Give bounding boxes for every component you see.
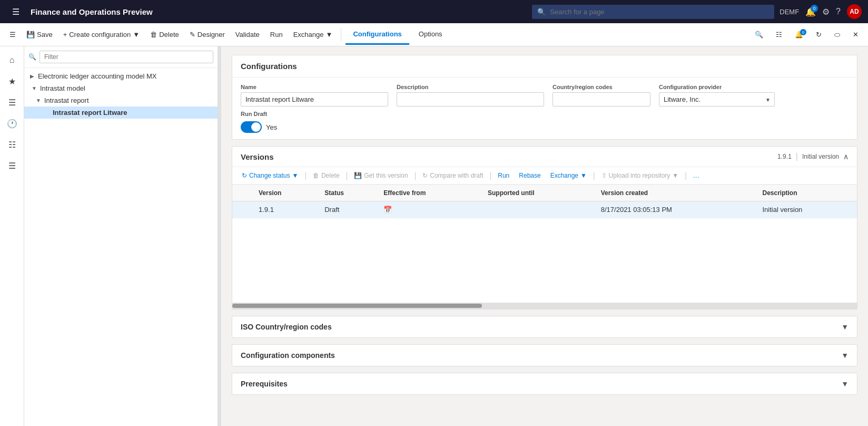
- trash-icon: 🗑: [150, 31, 157, 38]
- versions-delete-button[interactable]: 🗑 Delete: [310, 170, 343, 181]
- provider-select-wrapper: Litware, Inc. ▼: [659, 92, 775, 106]
- name-input[interactable]: [241, 92, 388, 106]
- filter-icon-btn[interactable]: 🔍: [751, 28, 767, 41]
- country-field: Country/region codes: [553, 84, 650, 106]
- nav-grid-icon[interactable]: ☷: [3, 135, 22, 154]
- validate-button[interactable]: Validate: [231, 28, 264, 41]
- top-navigation: ☰ Finance and Operations Preview 🔍 DEMF …: [0, 0, 868, 23]
- settings-icon[interactable]: ⚙: [822, 7, 830, 17]
- user-company: DEMF: [780, 8, 799, 16]
- calendar-icon[interactable]: 📅: [383, 206, 392, 214]
- configurations-section-header: Configurations: [232, 55, 857, 78]
- col-effective-from: Effective from: [378, 185, 482, 201]
- hamburger-menu-icon[interactable]: ☰: [6, 2, 25, 21]
- expand-icon-btn[interactable]: ⬭: [830, 28, 844, 42]
- help-icon[interactable]: ?: [836, 7, 841, 16]
- col-version-created: Version created: [596, 185, 757, 201]
- delete-button[interactable]: 🗑 Delete: [146, 28, 183, 41]
- hamburger-collapse-btn[interactable]: ☰: [5, 28, 20, 41]
- compare-with-draft-button[interactable]: ↻ Compare with draft: [419, 170, 486, 181]
- upload-into-repository-button[interactable]: ⇧ Upload into repository ▼: [598, 170, 682, 181]
- avatar[interactable]: AD: [847, 4, 862, 19]
- config-components-header[interactable]: Configuration components ▼: [232, 345, 857, 366]
- toggle-row: Yes: [241, 121, 849, 133]
- provider-select[interactable]: Litware, Inc.: [659, 92, 775, 106]
- prerequisites-header[interactable]: Prerequisites ▼: [232, 373, 857, 394]
- designer-button[interactable]: ✎ Designer: [185, 28, 229, 41]
- nav-star-icon[interactable]: ★: [3, 72, 22, 91]
- bell-icon[interactable]: 🔔 0: [805, 7, 816, 17]
- tree-item-intrastat-report[interactable]: ▼ Intrastat report: [24, 94, 218, 106]
- version-label-badge: Initial version: [802, 153, 839, 160]
- tree-item-intrastat-model[interactable]: ▼ Intrastat model: [24, 82, 218, 94]
- grid-icon-btn[interactable]: ☷: [772, 28, 786, 41]
- run-draft-group: Run Draft Yes: [241, 111, 849, 133]
- run-draft-toggle[interactable]: [241, 121, 262, 133]
- nav-list-icon[interactable]: ☰: [3, 156, 22, 175]
- change-status-button[interactable]: ↻ Change status ▼: [239, 170, 301, 181]
- save-button[interactable]: 💾 Save: [22, 28, 57, 41]
- tree-panel: 🔍 ▶ Electronic ledger accounting model M…: [24, 46, 218, 426]
- col-supported-until: Supported until: [482, 185, 596, 201]
- nav-clock-icon[interactable]: 🕐: [3, 114, 22, 133]
- designer-icon: ✎: [190, 31, 195, 38]
- prerequisites-chevron-icon: ▼: [841, 380, 849, 388]
- app-title: Finance and Operations Preview: [31, 7, 527, 16]
- vtb-sep4: |: [490, 171, 492, 180]
- cell-supported-until: [482, 201, 596, 218]
- collapse-icon-2: ▼: [35, 97, 42, 104]
- col-status: Status: [319, 185, 378, 201]
- more-options-button[interactable]: …: [690, 170, 703, 181]
- filter-input[interactable]: [40, 51, 213, 63]
- rebase-button[interactable]: Rebase: [516, 170, 544, 181]
- versions-exchange-button[interactable]: Exchange ▼: [547, 170, 590, 181]
- badge-icon-btn[interactable]: 🔔 0: [791, 28, 807, 41]
- configurations-section-body: Name Description Country/region codes Co…: [232, 78, 857, 139]
- version-badge-area: 1.9.1 | Initial version ∧: [777, 152, 849, 161]
- table-row[interactable]: 1.9.1 Draft 📅 8/17/2021 03:05:13 PM Init…: [232, 201, 857, 218]
- search-input[interactable]: [532, 5, 774, 19]
- scrollbar-thumb[interactable]: [232, 304, 482, 308]
- col-description: Description: [757, 185, 857, 201]
- col-r: [232, 185, 253, 201]
- compare-icon: ↻: [422, 172, 428, 179]
- upload-icon: ⇧: [601, 172, 607, 179]
- expand-icon: ▶: [28, 73, 36, 80]
- run-toolbar-button[interactable]: Run: [266, 28, 287, 41]
- exchange-chevron-2-icon: ▼: [580, 172, 587, 179]
- chevron-down-icon: ▼: [133, 31, 140, 38]
- exchange-button[interactable]: Exchange ▼: [289, 28, 337, 41]
- collapse-icon: ▼: [31, 85, 38, 92]
- tree-item-intrastat-report-litware[interactable]: Intrastat report Litware: [24, 106, 218, 119]
- config-components-section: Configuration components ▼: [232, 344, 857, 366]
- get-this-version-button[interactable]: 💾 Get this version: [351, 170, 411, 181]
- versions-table: Version Status Effective from Supported …: [232, 185, 857, 218]
- tab-configurations[interactable]: Configurations: [346, 25, 409, 45]
- change-status-chevron-icon: ▼: [292, 172, 298, 179]
- versions-run-button[interactable]: Run: [495, 170, 512, 181]
- nav-home-icon[interactable]: ⌂: [3, 51, 22, 70]
- versions-collapse-icon[interactable]: ∧: [843, 152, 849, 161]
- nav-menu-lines-icon[interactable]: ☰: [3, 93, 22, 112]
- config-components-chevron-icon: ▼: [841, 351, 849, 360]
- description-input[interactable]: [397, 92, 544, 106]
- provider-field: Configuration provider Litware, Inc. ▼: [659, 84, 775, 106]
- search-icon: 🔍: [537, 8, 546, 16]
- form-row-1: Name Description Country/region codes Co…: [241, 84, 849, 106]
- versions-header: Versions 1.9.1 | Initial version ∧: [232, 147, 857, 167]
- country-input[interactable]: [553, 92, 650, 106]
- action-toolbar: ☰ 💾 Save + Create configuration ▼ 🗑 Dele…: [0, 23, 868, 46]
- tree-item-electronic-ledger[interactable]: ▶ Electronic ledger accounting model MX: [24, 70, 218, 82]
- name-field: Name: [241, 84, 388, 106]
- iso-country-header[interactable]: ISO Country/region codes ▼: [232, 316, 857, 337]
- toolbar-badge: 0: [800, 29, 806, 35]
- tab-options[interactable]: Options: [411, 25, 450, 45]
- create-configuration-button[interactable]: + Create configuration ▼: [59, 28, 144, 41]
- iso-country-chevron-icon: ▼: [841, 323, 849, 331]
- change-status-icon: ↻: [242, 172, 247, 179]
- horizontal-scrollbar[interactable]: [232, 303, 857, 309]
- refresh-icon-btn[interactable]: ↻: [812, 28, 826, 41]
- main-layout: ⌂ ★ ☰ 🕐 ☷ ☰ 🔍 ▶ Electronic ledger accoun…: [0, 46, 868, 426]
- version-number-badge: 1.9.1: [777, 153, 792, 160]
- close-icon-btn[interactable]: ✕: [849, 28, 863, 41]
